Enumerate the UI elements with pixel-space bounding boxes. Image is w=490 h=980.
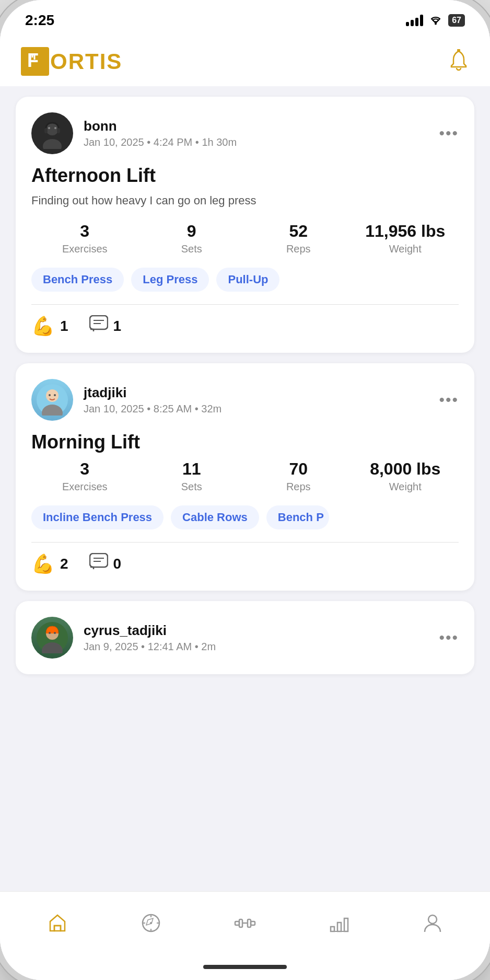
avatar-jtadjiki (31, 379, 73, 421)
workout-card-cyrus: cyrus_tadjiki Jan 9, 2025 • 12:41 AM • 2… (16, 601, 474, 674)
svg-rect-44 (344, 918, 348, 931)
comment-count-jtadjiki: 0 (113, 556, 122, 572)
more-options-bonn[interactable]: ••• (439, 124, 459, 142)
card-header-jtadjiki: jtadjiki Jan 10, 2025 • 8:25 AM • 32m ••… (31, 379, 459, 421)
workout-title-jtadjiki: Morning Lift (31, 431, 459, 453)
feed: bonn Jan 10, 2025 • 4:24 PM • 1h 30m •••… (0, 86, 490, 891)
reaction-button-jtadjiki[interactable]: 💪 2 (31, 553, 68, 575)
status-time: 2:25 (25, 12, 54, 29)
home-indicator-bar (203, 965, 287, 969)
reaction-button-bonn[interactable]: 💪 1 (31, 315, 68, 337)
user-info-cyrus: cyrus_tadjiki Jan 9, 2025 • 12:41 AM • 2… (84, 622, 439, 653)
workout-title-bonn: Afternoon Lift (31, 165, 459, 187)
avatar-cyrus (31, 617, 73, 659)
wifi-icon (428, 14, 443, 28)
stat-weight-jtadjiki: 8,000 lbs Weight (352, 459, 459, 493)
svg-point-10 (48, 127, 50, 129)
signal-bars-icon (406, 15, 423, 26)
avatar-bonn (31, 112, 73, 154)
phone-frame: 2:25 67 (0, 0, 490, 980)
stat-reps-jtadjiki: 70 Reps (245, 459, 352, 493)
notification-bell[interactable] (448, 49, 469, 74)
nav-workout[interactable] (198, 912, 292, 934)
svg-point-20 (49, 394, 51, 396)
exercise-tags-bonn: Bench Press Leg Press Pull-Up (31, 268, 459, 292)
svg-point-11 (54, 127, 56, 129)
bottom-nav (0, 891, 490, 954)
more-options-cyrus[interactable]: ••• (439, 629, 459, 647)
stats-row-bonn: 3 Exercises 9 Sets 52 Reps 11,956 lbs We… (31, 222, 459, 255)
tag-bench-press[interactable]: Bench Press (31, 268, 124, 292)
svg-rect-22 (90, 554, 108, 567)
svg-rect-14 (90, 316, 108, 329)
home-indicator (0, 954, 490, 980)
svg-text:F: F (27, 50, 39, 71)
stats-row-jtadjiki: 3 Exercises 11 Sets 70 Reps 8,000 lbs We… (31, 459, 459, 493)
svg-rect-39 (239, 919, 242, 927)
status-icons: 67 (406, 14, 465, 28)
svg-rect-30 (54, 926, 61, 931)
card-footer-bonn: 💪 1 1 (31, 315, 459, 337)
stat-sets-bonn: 9 Sets (138, 222, 246, 255)
svg-point-46 (428, 915, 437, 924)
tag-bench-partial[interactable]: Bench P (266, 505, 329, 529)
post-meta-jtadjiki: Jan 10, 2025 • 8:25 AM • 32m (84, 403, 439, 415)
logo-text: ORTIS (50, 49, 122, 74)
tag-cable-rows[interactable]: Cable Rows (171, 505, 259, 529)
app-logo: F ORTIS (21, 47, 122, 76)
svg-rect-40 (248, 919, 251, 927)
stat-sets-jtadjiki: 11 Sets (138, 459, 246, 493)
nav-explore[interactable] (104, 912, 199, 934)
tag-pull-up[interactable]: Pull-Up (216, 268, 279, 292)
comment-button-bonn[interactable]: 1 (89, 315, 122, 337)
svg-point-29 (54, 632, 56, 634)
reaction-count-bonn: 1 (60, 318, 68, 335)
svg-rect-12 (44, 128, 48, 133)
stat-reps-bonn: 52 Reps (245, 222, 352, 255)
svg-point-0 (435, 22, 437, 25)
exercise-tags-jtadjiki: Incline Bench Press Cable Rows Bench P (31, 505, 459, 529)
post-meta-bonn: Jan 10, 2025 • 4:24 PM • 1h 30m (84, 136, 439, 148)
comment-icon-jtadjiki (89, 553, 108, 575)
status-bar: 2:25 67 (0, 0, 490, 37)
user-info-jtadjiki: jtadjiki Jan 10, 2025 • 8:25 AM • 32m (84, 385, 439, 415)
more-options-jtadjiki[interactable]: ••• (439, 391, 459, 409)
workout-card-jtadjiki: jtadjiki Jan 10, 2025 • 8:25 AM • 32m ••… (16, 363, 474, 591)
card-header-bonn: bonn Jan 10, 2025 • 4:24 PM • 1h 30m ••• (31, 112, 459, 154)
stat-exercises-bonn: 3 Exercises (31, 222, 138, 255)
svg-point-28 (49, 632, 51, 634)
workout-card-bonn: bonn Jan 10, 2025 • 4:24 PM • 1h 30m •••… (16, 97, 474, 353)
svg-point-21 (54, 394, 56, 396)
card-divider-bonn (31, 304, 459, 305)
user-info-bonn: bonn Jan 10, 2025 • 4:24 PM • 1h 30m (84, 118, 439, 148)
card-header-cyrus: cyrus_tadjiki Jan 9, 2025 • 12:41 AM • 2… (31, 617, 459, 659)
battery-icon: 67 (448, 14, 465, 27)
muscle-emoji: 💪 (31, 315, 55, 337)
tag-incline-bench[interactable]: Incline Bench Press (31, 505, 164, 529)
comment-button-jtadjiki[interactable]: 0 (89, 553, 122, 575)
username-cyrus: cyrus_tadjiki (84, 622, 439, 639)
username-jtadjiki: jtadjiki (84, 385, 439, 401)
stat-exercises-jtadjiki: 3 Exercises (31, 459, 138, 493)
nav-home[interactable] (10, 912, 104, 934)
svg-rect-42 (331, 927, 334, 931)
card-divider-jtadjiki (31, 542, 459, 543)
nav-profile[interactable] (386, 912, 480, 934)
workout-desc-bonn: Finding out how heavy I can go on leg pr… (31, 193, 459, 209)
comment-count-bonn: 1 (113, 318, 122, 335)
reaction-count-jtadjiki: 2 (60, 556, 68, 572)
svg-rect-43 (337, 923, 341, 931)
svg-rect-13 (57, 128, 60, 133)
tag-leg-press[interactable]: Leg Press (131, 268, 209, 292)
card-footer-jtadjiki: 💪 2 0 (31, 553, 459, 575)
phone-screen: 2:25 67 (0, 0, 490, 980)
stat-weight-bonn: 11,956 lbs Weight (352, 222, 459, 255)
username-bonn: bonn (84, 118, 439, 134)
post-meta-cyrus: Jan 9, 2025 • 12:41 AM • 2m (84, 641, 439, 653)
logo-f: F (21, 47, 49, 76)
app-header: F ORTIS (0, 37, 490, 86)
muscle-emoji-jtadjiki: 💪 (31, 553, 55, 575)
comment-icon-bonn (89, 315, 108, 337)
nav-stats[interactable] (292, 912, 386, 934)
